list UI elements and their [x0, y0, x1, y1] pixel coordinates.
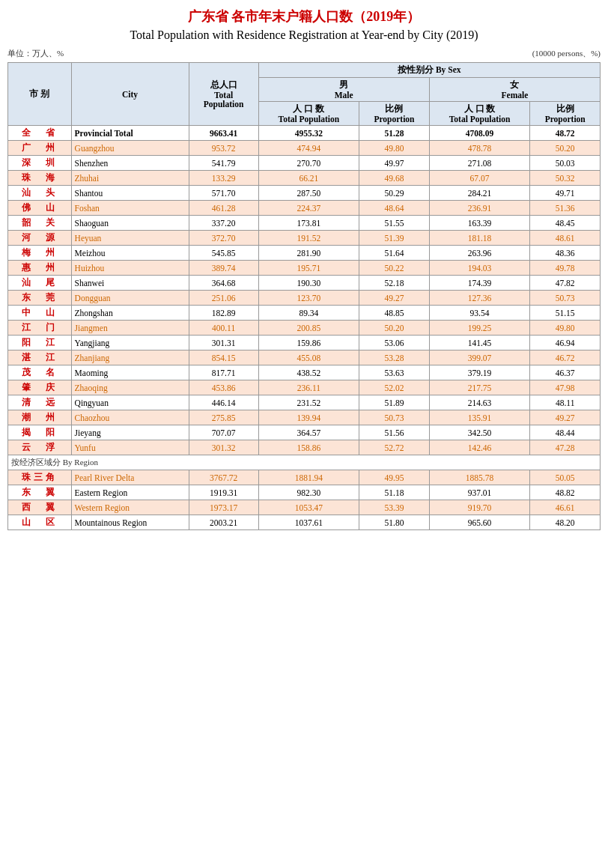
- city-cn: 肇 庆: [8, 380, 72, 395]
- male-pop: 287.50: [258, 186, 359, 201]
- female-pct: 49.78: [530, 261, 601, 276]
- total-pop: 953.72: [189, 141, 258, 156]
- female-pop: 284.21: [429, 186, 530, 201]
- male-pct: 52.18: [359, 276, 430, 291]
- header-male-pct: 比例 Proportion: [359, 102, 430, 126]
- total-pop: 545.85: [189, 246, 258, 261]
- male-pct: 53.28: [359, 350, 430, 365]
- female-pop: 181.18: [429, 231, 530, 246]
- header-female: 女 Female: [429, 78, 600, 102]
- city-en: Yunfu: [71, 440, 189, 455]
- table-row: 山 区Mountainous Region2003.211037.6151.80…: [8, 515, 601, 530]
- female-pct: 48.11: [530, 395, 601, 410]
- male-pct: 48.64: [359, 201, 430, 216]
- female-pct: 49.27: [530, 410, 601, 425]
- female-pop: 379.19: [429, 365, 530, 380]
- city-en: Meizhou: [71, 246, 189, 261]
- male-pct: 51.64: [359, 246, 430, 261]
- female-pct: 50.73: [530, 291, 601, 306]
- city-cn: 惠 州: [8, 261, 72, 276]
- female-pop: 194.03: [429, 261, 530, 276]
- female-pct: 50.05: [530, 470, 601, 485]
- city-en: Zhaoqing: [71, 380, 189, 395]
- table-row: 阳 江Yangjiang301.31159.8653.06141.4546.94: [8, 336, 601, 350]
- female-pop: 271.08: [429, 156, 530, 171]
- table-row: 佛 山Foshan461.28224.3748.64236.9151.36: [8, 201, 601, 216]
- city-cn: 珠 海: [8, 171, 72, 186]
- female-pct: 46.94: [530, 336, 601, 350]
- female-pct: 49.71: [530, 186, 601, 201]
- male-pop: 4955.32: [258, 126, 359, 141]
- total-pop: 275.85: [189, 410, 258, 425]
- main-title-cn: 广东省 各市年末户籍人口数（2019年）: [7, 7, 601, 25]
- male-pop: 1037.61: [258, 515, 359, 530]
- male-pct: 51.55: [359, 216, 430, 231]
- table-row: 东 翼Eastern Region1919.31982.3051.18937.0…: [8, 485, 601, 500]
- data-table: 市 别 City 总人口 Total Population 按性别分 By Se…: [7, 62, 601, 530]
- city-cn: 梅 州: [8, 246, 72, 261]
- city-cn: 佛 山: [8, 201, 72, 216]
- header-city-en: City: [71, 63, 189, 126]
- female-pop: 478.78: [429, 141, 530, 156]
- male-pop: 190.30: [258, 276, 359, 291]
- total-pop: 453.86: [189, 380, 258, 395]
- city-en: Zhuhai: [71, 171, 189, 186]
- city-en: Huizhou: [71, 261, 189, 276]
- table-row: 茂 名Maoming817.71438.5253.63379.1946.37: [8, 365, 601, 380]
- total-pop: 133.29: [189, 171, 258, 186]
- region-section-label: 按经济区域分 By Region: [8, 455, 601, 470]
- total-pop: 707.07: [189, 425, 258, 440]
- city-cn: 东 莞: [8, 291, 72, 306]
- city-cn: 珠三角: [8, 470, 72, 485]
- female-pop: 4708.09: [429, 126, 530, 141]
- male-pop: 139.94: [258, 410, 359, 425]
- total-pop: 337.20: [189, 216, 258, 231]
- total-pop: 461.28: [189, 201, 258, 216]
- city-cn: 中 山: [8, 306, 72, 321]
- total-pop: 446.14: [189, 395, 258, 410]
- female-pct: 49.80: [530, 321, 601, 336]
- table-row: 西 翼Western Region1973.171053.4753.39919.…: [8, 500, 601, 515]
- city-en: Zhongshan: [71, 306, 189, 321]
- female-pop: 919.70: [429, 500, 530, 515]
- total-pop: 301.31: [189, 336, 258, 350]
- male-pop: 236.11: [258, 380, 359, 395]
- male-pop: 200.85: [258, 321, 359, 336]
- male-pct: 49.97: [359, 156, 430, 171]
- total-pop: 541.79: [189, 156, 258, 171]
- male-pct: 52.72: [359, 440, 430, 455]
- city-cn: 云 浮: [8, 440, 72, 455]
- city-en: Shenzhen: [71, 156, 189, 171]
- male-pop: 438.52: [258, 365, 359, 380]
- city-cn: 阳 江: [8, 336, 72, 350]
- unit-en-label: (10000 persons、%): [532, 48, 601, 59]
- male-pop: 455.08: [258, 350, 359, 365]
- female-pop: 342.50: [429, 425, 530, 440]
- male-pop: 123.70: [258, 291, 359, 306]
- female-pop: 67.07: [429, 171, 530, 186]
- female-pct: 47.98: [530, 380, 601, 395]
- city-en: Eastern Region: [71, 485, 189, 500]
- table-row: 珠 海Zhuhai133.2966.2149.6867.0750.32: [8, 171, 601, 186]
- total-pop: 182.89: [189, 306, 258, 321]
- male-pop: 89.34: [258, 306, 359, 321]
- female-pop: 142.46: [429, 440, 530, 455]
- table-row: 惠 州Huizhou389.74195.7150.22194.0349.78: [8, 261, 601, 276]
- city-cn: 山 区: [8, 515, 72, 530]
- male-pct: 51.18: [359, 485, 430, 500]
- city-en: Chaozhou: [71, 410, 189, 425]
- table-row: 汕 尾Shanwei364.68190.3052.18174.3947.82: [8, 276, 601, 291]
- male-pct: 52.02: [359, 380, 430, 395]
- city-cn: 东 翼: [8, 485, 72, 500]
- header-male: 男 Male: [258, 78, 429, 102]
- female-pct: 50.20: [530, 141, 601, 156]
- female-pop: 236.91: [429, 201, 530, 216]
- city-en: Qingyuan: [71, 395, 189, 410]
- female-pop: 93.54: [429, 306, 530, 321]
- city-en: Mountainous Region: [71, 515, 189, 530]
- male-pct: 53.39: [359, 500, 430, 515]
- city-en: Jieyang: [71, 425, 189, 440]
- female-pct: 50.32: [530, 171, 601, 186]
- table-row: 潮 州Chaozhou275.85139.9450.73135.9149.27: [8, 410, 601, 425]
- female-pct: 46.37: [530, 365, 601, 380]
